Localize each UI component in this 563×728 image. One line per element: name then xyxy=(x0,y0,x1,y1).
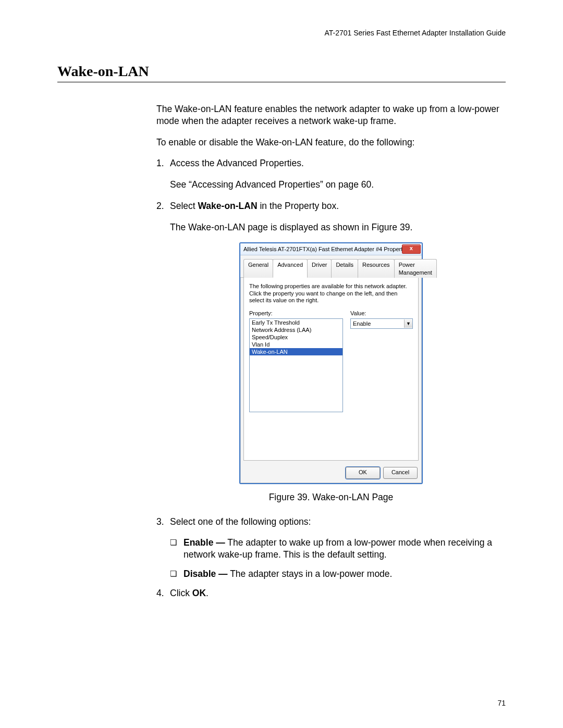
ok-button[interactable]: OK xyxy=(346,467,380,479)
tab-driver[interactable]: Driver xyxy=(307,259,332,278)
option-disable-desc: The adapter stays in a low-power mode. xyxy=(228,569,393,579)
step-text: Select one of the following options: xyxy=(170,516,506,528)
step-text: Click OK. xyxy=(170,587,506,599)
step-2-post: in the Property box. xyxy=(258,201,339,211)
tab-description: The following properties are available f… xyxy=(249,283,413,304)
tab-general[interactable]: General xyxy=(243,259,273,278)
running-header: AT-2701 Series Fast Ethernet Adapter Ins… xyxy=(57,29,506,37)
list-item[interactable]: Network Address (LAA) xyxy=(250,326,342,334)
dialog-titlebar: Allied Telesis AT-2701FTX(a) Fast Ethern… xyxy=(240,243,422,255)
properties-dialog-figure: Allied Telesis AT-2701FTX(a) Fast Ethern… xyxy=(239,242,423,484)
tab-power-management[interactable]: Power Management xyxy=(394,259,437,278)
tab-resources[interactable]: Resources xyxy=(358,259,395,278)
property-label: Property: xyxy=(249,310,343,317)
step-2: 2. Select Wake-on-LAN in the Property bo… xyxy=(156,200,506,212)
step-number: 4. xyxy=(156,587,170,599)
tab-advanced[interactable]: Advanced xyxy=(273,259,308,278)
option-text: Enable — The adapter to wake up from a l… xyxy=(183,537,506,561)
option-disable-bold: Disable — xyxy=(183,569,228,579)
step-4-post: . xyxy=(206,588,209,598)
option-enable-desc: The adapter to wake up from a low-power … xyxy=(183,537,492,560)
dialog-tabs: General Advanced Driver Details Resource… xyxy=(240,255,422,278)
bullet-icon: ❏ xyxy=(170,537,183,561)
page-number: 71 xyxy=(497,699,506,707)
option-enable-bold: Enable — xyxy=(183,537,225,548)
property-listbox[interactable]: Early Tx Threshold Network Address (LAA)… xyxy=(249,318,343,412)
list-item[interactable]: Speed/Duplex xyxy=(250,334,342,341)
option-disable: ❏ Disable — The adapter stays in a low-p… xyxy=(170,568,506,580)
section-title: Wake-on-LAN xyxy=(57,63,506,82)
option-enable: ❏ Enable — The adapter to wake up from a… xyxy=(170,537,506,561)
step-2-bold: Wake-on-LAN xyxy=(198,201,258,211)
step-4-pre: Click xyxy=(170,588,192,598)
option-text: Disable — The adapter stays in a low-pow… xyxy=(183,568,506,580)
bullet-icon: ❏ xyxy=(170,568,183,580)
tab-advanced-body: The following properties are available f… xyxy=(243,278,419,461)
figure-caption: Figure 39. Wake-on-LAN Page xyxy=(156,491,506,503)
intro-paragraph-2: To enable or disable the Wake-on-LAN fea… xyxy=(156,137,506,149)
list-item[interactable]: Vlan Id xyxy=(250,341,342,348)
value-combobox[interactable]: Enable ▼ xyxy=(350,318,413,329)
chevron-down-icon[interactable]: ▼ xyxy=(404,319,412,328)
step-4-bold: OK xyxy=(192,588,206,598)
value-label: Value: xyxy=(350,310,413,317)
step-1: 1. Access the Advanced Properties. xyxy=(156,157,506,169)
value-selected: Enable xyxy=(351,320,404,327)
step-text: Access the Advanced Properties. xyxy=(170,157,506,169)
list-item[interactable]: Early Tx Threshold xyxy=(250,319,342,326)
tab-details[interactable]: Details xyxy=(331,259,358,278)
dialog-title: Allied Telesis AT-2701FTX(a) Fast Ethern… xyxy=(243,245,402,253)
step-3: 3. Select one of the following options: xyxy=(156,516,506,528)
dialog-button-row: OK Cancel xyxy=(240,464,422,483)
properties-dialog: Allied Telesis AT-2701FTX(a) Fast Ethern… xyxy=(239,242,423,484)
step-4: 4. Click OK. xyxy=(156,587,506,599)
step-number: 3. xyxy=(156,516,170,528)
step-2-pre: Select xyxy=(170,201,198,211)
list-item-selected[interactable]: Wake-on-LAN xyxy=(250,348,342,355)
body-content: The Wake-on-LAN feature enables the netw… xyxy=(156,103,506,599)
cancel-button[interactable]: Cancel xyxy=(383,467,418,479)
step-2-sub: The Wake-on-LAN page is displayed as sho… xyxy=(170,221,506,233)
step-1-sub: See “Accessing Advanced Properties” on p… xyxy=(170,179,506,191)
close-button[interactable]: x xyxy=(402,244,421,254)
step-text: Select Wake-on-LAN in the Property box. xyxy=(170,200,506,212)
step-number: 1. xyxy=(156,157,170,169)
step-number: 2. xyxy=(156,200,170,212)
intro-paragraph-1: The Wake-on-LAN feature enables the netw… xyxy=(156,103,506,127)
